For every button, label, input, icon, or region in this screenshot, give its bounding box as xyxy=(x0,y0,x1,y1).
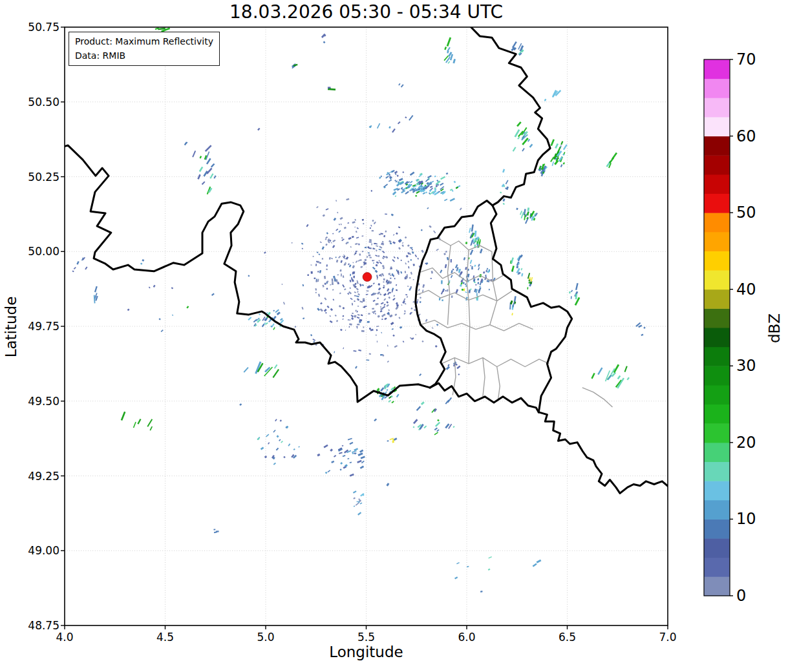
colorbar-tick-label: 0 xyxy=(736,587,775,605)
district-borders xyxy=(416,238,612,407)
y-tick-label: 48.75 xyxy=(17,619,59,632)
x-tick-label: 5.5 xyxy=(341,631,392,644)
plot-title: 18.03.2026 05:30 - 05:34 UTC xyxy=(65,1,668,23)
colorbar-tick-label: 60 xyxy=(736,127,775,145)
y-tick-label: 49.50 xyxy=(17,395,59,408)
y-tick-label: 50.50 xyxy=(17,96,59,109)
radar-reflectivity-figure: 18.03.2026 05:30 - 05:34 UTC Product: Ma… xyxy=(0,0,788,672)
colorbar xyxy=(704,59,733,596)
colorbar-tick-label: 30 xyxy=(736,357,775,375)
x-tick-label: 6.5 xyxy=(542,631,593,644)
product-info-box: Product: Maximum Reflectivity Data: RMIB xyxy=(69,32,220,66)
radar-site-marker xyxy=(363,273,372,282)
axes-frame xyxy=(61,27,668,629)
y-tick-label: 49.25 xyxy=(17,470,59,483)
x-tick-label: 5.0 xyxy=(240,631,292,644)
x-axis-label: Longitude xyxy=(65,644,668,660)
colorbar-tick-label: 50 xyxy=(736,204,775,222)
radar-map-canvas xyxy=(0,0,788,672)
colorbar-tick-label: 70 xyxy=(736,50,775,68)
y-tick-label: 50.75 xyxy=(17,21,59,34)
colorbar-tick-label: 20 xyxy=(736,434,775,452)
x-tick-label: 4.5 xyxy=(140,631,191,644)
y-tick-label: 50.00 xyxy=(17,245,59,258)
radar-echoes xyxy=(73,28,645,592)
product-info-line: Product: Maximum Reflectivity xyxy=(75,34,213,48)
data-source-line: Data: RMIB xyxy=(75,48,213,63)
x-tick-label: 4.0 xyxy=(39,631,91,644)
x-tick-label: 6.0 xyxy=(441,631,493,644)
y-tick-label: 49.00 xyxy=(17,544,59,557)
colorbar-tick-label: 10 xyxy=(736,510,775,528)
y-tick-label: 49.75 xyxy=(17,320,59,333)
colorbar-tick-label: 40 xyxy=(736,280,775,299)
gridlines xyxy=(65,27,668,625)
x-tick-label: 7.0 xyxy=(642,631,694,644)
y-tick-label: 50.25 xyxy=(17,171,59,184)
colorbar-label: dBZ xyxy=(766,296,785,361)
